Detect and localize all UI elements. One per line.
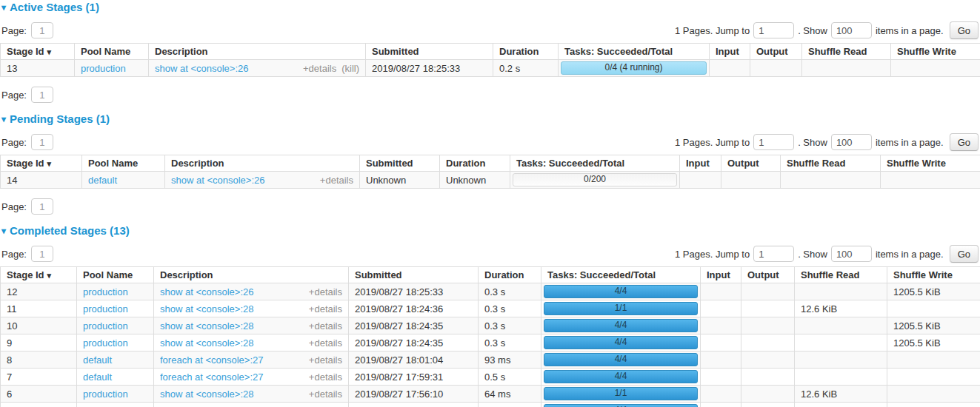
col-output[interactable]: Output [750,44,802,60]
go-button[interactable]: Go [950,133,979,151]
cell-submitted: 2019/08/27 18:24:35 [349,334,479,352]
details-toggle[interactable]: +details [309,371,342,383]
details-toggle[interactable]: +details [309,388,342,400]
pool-name-link[interactable]: default [88,175,117,186]
go-button[interactable]: Go [950,21,979,39]
pagination-controls: Page: [1,87,979,103]
col-submitted[interactable]: Submitted [366,44,493,60]
cell-pool-name: default [82,172,165,189]
description-link[interactable]: show at <console>:28 [160,303,304,314]
col-output[interactable]: Output [721,155,781,172]
stage-row: 14 default show at <console>:26 +details… [1,172,980,189]
cell-description: foreach at <console>:27 +details [154,369,349,386]
col-pool-name[interactable]: Pool Name [82,155,165,172]
task-progress-bar: 4/4 [544,336,698,349]
cell-description: show at <console>:28 +details [154,403,349,407]
page-input[interactable] [31,22,53,38]
task-progress-bar: 4/4 [544,370,698,383]
pool-name-link[interactable]: production [83,303,128,314]
show-items-input[interactable] [831,246,872,262]
pool-name-link[interactable]: production [83,388,128,400]
page-input[interactable] [31,198,53,215]
cell-input [701,386,741,403]
pool-name-link[interactable]: production [81,63,126,74]
details-toggle[interactable]: +details [320,175,353,186]
cell-input [701,369,741,386]
col-submitted[interactable]: Submitted [360,155,440,172]
cell-submitted: 2019/08/27 18:25:33 [366,60,493,77]
jump-to-input[interactable] [753,246,794,262]
items-label: items in a page. [876,137,944,148]
description-link[interactable]: foreach at <console>:27 [160,371,304,383]
col-shuffle-write[interactable]: Shuffle Write [891,44,980,60]
col-tasks[interactable]: Tasks: Succeeded/Total [541,267,701,283]
col-stage-id[interactable]: Stage Id▾ [1,44,75,60]
show-items-input[interactable] [831,22,872,38]
col-shuffle-write[interactable]: Shuffle Write [887,267,980,283]
page-input[interactable] [31,87,53,103]
col-pool-name[interactable]: Pool Name [77,267,154,283]
pool-name-link[interactable]: production [83,286,128,297]
pool-name-link[interactable]: default [83,371,112,383]
col-description[interactable]: Description [165,155,360,172]
col-pool-name[interactable]: Pool Name [75,44,149,60]
col-description[interactable]: Description [149,44,366,60]
kill-link[interactable]: (kill) [341,63,359,74]
col-tasks[interactable]: Tasks: Succeeded/Total [559,44,710,60]
description-link[interactable]: foreach at <console>:27 [160,354,304,366]
description-link[interactable]: show at <console>:28 [160,320,304,332]
cell-stage-id: 9 [1,334,77,352]
details-toggle[interactable]: +details [309,337,342,349]
col-input[interactable]: Input [680,155,721,172]
task-progress-bar: 0/4 (4 running) [561,61,707,75]
page-input[interactable] [31,134,53,150]
pagination-controls: Page: 1 Pages. Jump to . Show items in a… [1,133,979,151]
col-description[interactable]: Description [154,267,349,283]
col-shuffle-write[interactable]: Shuffle Write [881,155,980,172]
description-link[interactable]: show at <console>:26 [160,286,304,297]
col-duration[interactable]: Duration [479,267,541,283]
pool-name-link[interactable]: default [83,354,112,366]
cell-duration: 0.3 s [479,300,541,317]
col-output[interactable]: Output [741,267,795,283]
section-title-text: Pending Stages (1) [10,112,110,125]
page-input[interactable] [31,246,53,262]
description-link[interactable]: show at <console>:26 [171,175,315,186]
details-toggle[interactable]: +details [303,63,336,74]
col-shuffle-read[interactable]: Shuffle Read [781,155,881,172]
go-button[interactable]: Go [950,245,979,263]
pool-name-link[interactable]: production [83,337,128,349]
col-submitted[interactable]: Submitted [349,267,479,283]
cell-shuffle-read [795,334,887,352]
col-shuffle-read[interactable]: Shuffle Read [802,44,891,60]
pending-stages-title[interactable]: ▾ Pending Stages (1) [1,112,980,125]
jump-to-input[interactable] [753,22,794,38]
description-link[interactable]: show at <console>:26 [155,63,298,74]
details-toggle[interactable]: +details [309,303,342,314]
details-toggle[interactable]: +details [309,354,342,366]
cell-description: show at <console>:26 +details [165,172,360,189]
show-items-input[interactable] [831,134,872,150]
col-duration[interactable]: Duration [493,44,559,60]
cell-shuffle-write [887,386,980,403]
jump-to-input[interactable] [753,134,794,150]
pool-name-link[interactable]: production [83,320,128,332]
cell-pool-name: production [77,300,154,317]
details-toggle[interactable]: +details [309,286,342,297]
col-tasks[interactable]: Tasks: Succeeded/Total [510,155,680,172]
description-link[interactable]: show at <console>:28 [160,388,304,400]
col-stage-id[interactable]: Stage Id▾ [1,155,82,172]
details-toggle[interactable]: +details [309,320,342,332]
active-stages-title[interactable]: ▾ Active Stages (1) [1,1,980,13]
jump-controls: 1 Pages. Jump to . Show items in a page.… [675,245,979,263]
col-input[interactable]: Input [710,44,750,60]
col-duration[interactable]: Duration [440,155,510,172]
col-stage-id[interactable]: Stage Id▾ [1,267,77,283]
cell-stage-id: 6 [1,386,77,403]
description-link[interactable]: show at <console>:28 [160,337,304,349]
collapse-caret-icon: ▾ [1,226,6,235]
col-input[interactable]: Input [701,267,741,283]
completed-stages-title[interactable]: ▾ Completed Stages (13) [1,224,980,237]
col-shuffle-read[interactable]: Shuffle Read [795,267,887,283]
stage-row: 10 production show at <console>:28 +deta… [1,317,980,334]
